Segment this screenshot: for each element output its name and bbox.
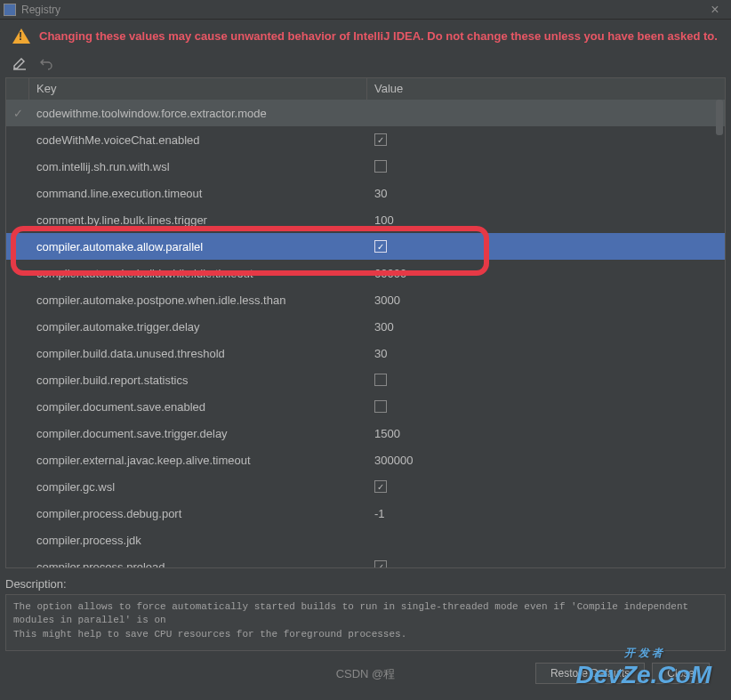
toolbar	[0, 52, 731, 77]
table-row[interactable]: compiler.automake.trigger.delay300	[6, 313, 725, 340]
table-row[interactable]: compiler.automake.postpone.when.idle.les…	[6, 286, 725, 313]
close-button[interactable]: Close	[652, 663, 710, 684]
checkbox[interactable]	[374, 374, 387, 386]
row-value[interactable]: ✓	[367, 480, 725, 493]
table-row[interactable]: com.intellij.sh.run.with.wsl	[6, 153, 725, 180]
undo-icon[interactable]	[39, 56, 53, 70]
warning-bar: Changing these values may cause unwanted…	[0, 20, 731, 52]
checkbox[interactable]: ✓	[374, 240, 387, 253]
row-value[interactable]: 300000	[367, 454, 725, 467]
row-value[interactable]: 30	[367, 347, 725, 360]
row-value[interactable]	[367, 160, 725, 173]
table-row[interactable]: compiler.process.debug.port-1	[6, 500, 725, 527]
table-row[interactable]: ✓codewithme.toolwindow.force.extractor.m…	[6, 100, 725, 126]
row-value[interactable]: 3000	[367, 294, 725, 307]
row-key: compiler.automake.trigger.delay	[29, 320, 367, 334]
row-key: com.intellij.sh.run.with.wsl	[29, 160, 367, 173]
table-row[interactable]: compiler.document.save.enabled	[6, 393, 725, 420]
checkbox[interactable]: ✓	[374, 133, 387, 146]
table-row[interactable]: compiler.gc.wsl✓	[6, 473, 725, 500]
table-body[interactable]: ✓codewithme.toolwindow.force.extractor.m…	[6, 100, 725, 568]
row-key: compiler.automake.build.while.idle.timeo…	[29, 267, 367, 280]
row-key: compiler.document.save.trigger.delay	[29, 427, 367, 440]
row-key: compiler.automake.allow.parallel	[29, 240, 367, 253]
row-value[interactable]: 1500	[367, 427, 725, 440]
checkbox[interactable]	[374, 400, 387, 413]
registry-table: Key Value ✓codewithme.toolwindow.force.e…	[5, 77, 726, 568]
button-bar: Restore Defaults Close	[535, 663, 710, 684]
row-key: command.line.execution.timeout	[29, 187, 367, 200]
row-key: compiler.process.preload	[29, 560, 367, 569]
row-value[interactable]	[367, 374, 725, 386]
table-row[interactable]: compiler.process.preload✓	[6, 553, 725, 568]
row-key: compiler.external.javac.keep.alive.timeo…	[29, 454, 367, 467]
titlebar: Registry ×	[0, 0, 731, 20]
close-icon[interactable]: ×	[703, 2, 727, 18]
row-value[interactable]: ✓	[367, 133, 725, 146]
row-key: codewithme.toolwindow.force.extractor.mo…	[29, 107, 367, 120]
row-key: compiler.process.debug.port	[29, 507, 367, 520]
app-icon	[4, 4, 16, 16]
table-row[interactable]: compiler.automake.build.while.idle.timeo…	[6, 260, 725, 286]
row-value[interactable]: 60000	[367, 267, 725, 280]
edit-icon[interactable]	[12, 56, 27, 70]
row-key: compiler.automake.postpone.when.idle.les…	[29, 294, 367, 307]
row-value[interactable]: 300	[367, 320, 725, 334]
table-row[interactable]: compiler.build.data.unused.threshold30	[6, 340, 725, 366]
row-key: compiler.gc.wsl	[29, 480, 367, 494]
col-modified	[6, 78, 29, 100]
table-row[interactable]: compiler.process.jdk	[6, 527, 725, 553]
row-value[interactable]: ✓	[367, 240, 725, 253]
table-row[interactable]: compiler.automake.allow.parallel✓	[6, 233, 725, 260]
row-value[interactable]: -1	[367, 507, 725, 520]
checkbox[interactable]: ✓	[374, 480, 387, 493]
row-value[interactable]: ✓	[367, 560, 725, 568]
checkbox[interactable]	[374, 160, 387, 173]
table-row[interactable]: compiler.document.save.trigger.delay1500	[6, 420, 725, 447]
row-value[interactable]	[367, 400, 725, 413]
row-key: compiler.build.data.unused.threshold	[29, 347, 367, 360]
description-text: The option allows to force automatically…	[5, 594, 726, 651]
table-row[interactable]: comment.by.line.bulk.lines.trigger100	[6, 206, 725, 233]
restore-defaults-button[interactable]: Restore Defaults	[535, 663, 645, 684]
modified-marker: ✓	[6, 107, 29, 120]
scrollbar-thumb[interactable]	[716, 100, 723, 135]
row-key: comment.by.line.bulk.lines.trigger	[29, 213, 367, 227]
table-header: Key Value	[6, 78, 725, 100]
row-key: compiler.process.jdk	[29, 534, 367, 547]
description-panel: Description: The option allows to force …	[5, 577, 726, 651]
row-key: compiler.build.report.statistics	[29, 374, 367, 387]
row-value[interactable]: 30	[367, 187, 725, 200]
row-value[interactable]: 100	[367, 213, 725, 227]
table-row[interactable]: compiler.external.javac.keep.alive.timeo…	[6, 447, 725, 473]
checkbox[interactable]: ✓	[374, 560, 387, 568]
description-label: Description:	[5, 577, 726, 591]
table-row[interactable]: command.line.execution.timeout30	[6, 180, 725, 206]
window-title: Registry	[21, 4, 703, 16]
table-row[interactable]: codeWithMe.voiceChat.enabled✓	[6, 126, 725, 153]
col-value[interactable]: Value	[367, 78, 725, 100]
row-key: codeWithMe.voiceChat.enabled	[29, 133, 367, 147]
col-key[interactable]: Key	[29, 78, 367, 100]
table-row[interactable]: compiler.build.report.statistics	[6, 366, 725, 393]
row-key: compiler.document.save.enabled	[29, 400, 367, 414]
warning-icon	[12, 28, 30, 44]
warning-text: Changing these values may cause unwanted…	[39, 29, 718, 43]
watermark-csdn: CSDN @程	[336, 666, 396, 682]
